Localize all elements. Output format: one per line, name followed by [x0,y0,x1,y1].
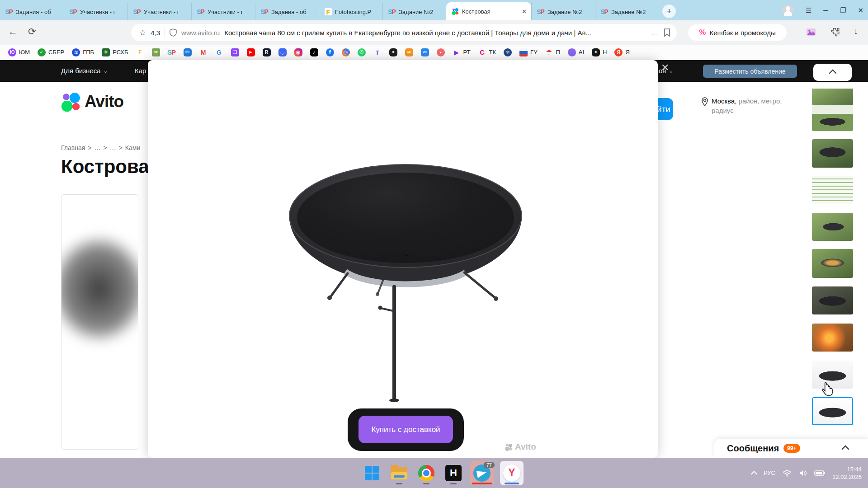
hidden-icons-chevron[interactable] [751,470,757,477]
clock[interactable]: 15:44 12.02.2026 [832,465,862,481]
wifi-icon[interactable] [783,469,792,477]
avito-page: Для бизнеса⌄ Кар ов⌄ Разместить объявлен… [0,60,868,458]
bookmark-dot-circle[interactable]: ● [437,48,445,56]
nav-for-business[interactable]: Для бизнеса⌄ [61,67,108,75]
tab-uchastniki-2[interactable]: SPУчастники - г [127,3,191,20]
bookmark-whatsapp[interactable]: ✆ [358,48,366,56]
bookmark-flag-icon[interactable] [664,28,670,37]
google-icon: G [215,48,223,56]
language-indicator[interactable]: РУС [764,469,775,476]
address-bar[interactable]: ☆ 4,3 www.avito.ru Костровая чаша 80 см … [131,24,677,41]
messages-bar[interactable]: Сообщения 99+ [714,439,868,458]
thumb-7-dark-scene[interactable] [812,286,853,314]
bookmark-n-service[interactable]: ✦Н [592,48,607,56]
thumb-5-bowl-on-grass[interactable] [812,213,853,241]
tab-zadaniya-2[interactable]: SPЗадания - об [255,3,319,20]
back-button[interactable]: ← [8,26,18,37]
bookmark-yandex[interactable]: ЯЯ [614,48,629,56]
thumb-2-bowl-banner[interactable] [812,105,853,131]
bookmark-google[interactable]: G [215,48,223,56]
browser-menu-icon[interactable]: ☰ [806,6,811,14]
tab-close-icon[interactable]: ✕ [521,8,528,15]
bookmark-emblem[interactable]: ✾ [504,48,512,56]
start-button[interactable] [362,461,382,485]
tab-uchastniki-3[interactable]: SPУчастники - г [191,3,255,20]
tab-zadanie-2[interactable]: SPЗадание №2 [531,3,595,20]
bookmark-tbank[interactable]: ✦ [389,48,397,56]
bookmark-mail[interactable]: ✉ [184,48,192,56]
gallery-preview-box[interactable] [61,194,138,450]
bookmark-instagram[interactable]: ◉ [294,48,302,56]
thumb-1-garden[interactable] [812,89,853,105]
bookmark-sp[interactable]: SP [168,48,176,56]
bookmark-tiktok[interactable]: ♪ [310,48,318,56]
bookmark-sber[interactable]: ✓СБЕР [38,48,64,56]
extensions-puzzle-icon[interactable] [830,27,841,38]
screenshot-tool-icon[interactable] [806,27,816,38]
location-selector[interactable]: Москва, район, метро, радиус [702,96,782,115]
bookmark-umbrella-p[interactable]: ☂П [545,48,560,56]
tab-label: Участники - г [144,9,188,15]
bookmark-rshb[interactable]: ❋РСХБ [102,48,128,56]
chrome-button[interactable] [416,461,437,485]
bookmark-odnoklassniki[interactable]: ok [405,48,413,56]
bookmark-ai[interactable]: AI [568,48,584,56]
thumb-6-burning-bowl[interactable] [812,249,853,278]
nav-career-clipped[interactable]: Кар [135,67,146,75]
volume-icon[interactable] [799,469,807,477]
new-tab-button[interactable]: + [662,5,676,18]
downloads-icon[interactable]: ↓ [854,26,858,36]
bookmark-rutube[interactable]: R [263,48,271,56]
star-rating-icon[interactable]: ☆ [139,28,146,38]
tab-zadaniya-1[interactable]: SPЗадания - об [0,3,64,20]
tab-zadanie-1[interactable]: SPЗадание №2 [382,3,446,20]
bookmark-youtube[interactable]: ▶ [247,48,255,56]
tab-avito-active[interactable]: Костровая✕ [446,2,531,20]
bookmark-fotohosting[interactable]: F [136,48,144,56]
window-close-icon[interactable]: ✕ [858,6,863,14]
thumb-10-bowl-selected[interactable] [812,397,853,425]
breadcrumb[interactable]: Главная>…>…>Ками [61,144,148,151]
profile-avatar-icon[interactable] [782,5,794,16]
yandex-browser-button[interactable]: Y [500,461,524,485]
thumb-3-dark-bowl-grass[interactable] [812,139,853,168]
chevron-up-icon[interactable] [842,446,849,453]
lightbox-close-icon[interactable]: ✕ [661,62,669,74]
thumb-4-promo-text[interactable] [812,176,853,204]
more-icon[interactable]: … [651,29,659,37]
bookmark-tk[interactable]: СТК [478,48,496,56]
window-minimize-icon[interactable]: ─ [823,6,828,14]
bookmark-gmail[interactable]: M [199,48,208,56]
post-ad-button[interactable]: Разместить объявление [703,65,797,78]
sf-icon: SF [152,48,160,56]
bookmark-vk[interactable]: VK [421,48,429,56]
cashback-label: Кешбэк и промокоды [709,29,775,37]
shield-icon[interactable] [170,28,177,37]
h-app-button[interactable]: H [443,461,464,485]
bookmark-t-sign[interactable]: т [373,48,382,56]
file-explorer-button[interactable] [389,461,410,485]
battery-icon[interactable] [814,470,825,476]
bookmark-sf[interactable]: SF [152,48,160,56]
avito-logo[interactable]: Avito [61,92,123,112]
reload-button[interactable]: ⟳ [28,26,36,37]
window-maximize-icon[interactable]: ❐ [840,6,846,14]
bookmark-gosuslugi[interactable]: ГУ [519,48,537,56]
bookmark-rt[interactable]: ▶РТ [453,48,471,56]
cashback-pill[interactable]: % Кешбэк и промокоды [688,24,787,41]
tab-uchastniki-1[interactable]: SPУчастники - г [64,3,127,20]
bookmark-vk-video[interactable]: ◡ [278,48,287,56]
tab-zadanie-3[interactable]: SPЗадание №2 [595,3,659,20]
bookmark-twitch[interactable]: ❏ [231,48,239,56]
tab-fotohosting[interactable]: FFotohosting.Р [319,3,382,20]
messages-label: Сообщения [727,443,779,454]
thumb-8-grill-fire[interactable] [812,324,853,352]
telegram-button[interactable]: 77 [470,461,494,485]
bookmark-facebook[interactable]: f [326,48,334,56]
product-photo-fire-bowl[interactable] [148,60,658,458]
bookmark-photo-app[interactable]: ◎ [342,48,350,56]
buy-with-delivery-button[interactable]: Купить с доставкой [359,416,453,443]
bookmark-yoomoney[interactable]: ЮЮМ [8,48,30,56]
tab-label: Задание №2 [547,9,591,15]
bookmark-gazprombank[interactable]: ≋ГПБ [72,48,94,56]
